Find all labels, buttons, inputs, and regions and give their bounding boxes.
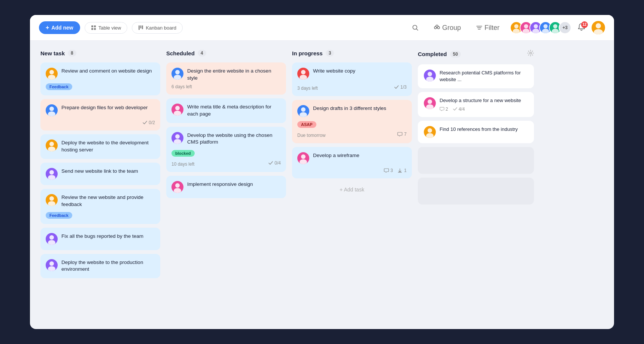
svg-point-47 <box>175 183 180 188</box>
avatar-extra-count: +3 <box>559 21 571 34</box>
card-ip3[interactable]: Develop a wireframe 3 1 <box>292 147 412 178</box>
card-nt3[interactable]: Deploy the website to the development ho… <box>40 134 160 159</box>
card-avatar-ip1 <box>297 68 309 80</box>
column-count-scheduled: 4 <box>198 50 206 56</box>
in-progress-cards-list: Write website copy 3 days left 1/3 <box>292 62 412 197</box>
svg-point-11 <box>436 25 438 27</box>
svg-point-28 <box>48 75 55 80</box>
svg-point-15 <box>514 24 518 28</box>
card-cp2[interactable]: Develop a structure for a new website 2 … <box>418 92 534 117</box>
svg-rect-2 <box>91 28 93 30</box>
column-header-completed: Completed 50 <box>418 50 534 58</box>
filter-button[interactable]: Filter <box>471 22 504 34</box>
notification-button[interactable]: 12 <box>577 23 586 33</box>
card-comments-cp2: 2 <box>440 107 448 112</box>
kanban-board: New task 8 Review and comment on website… <box>30 41 614 329</box>
search-icon <box>412 24 419 31</box>
svg-point-58 <box>426 77 434 82</box>
card-sc3[interactable]: Develop the website using the chosen CMS… <box>166 127 286 172</box>
user-avatar[interactable] <box>592 21 605 34</box>
card-avatar-nt7 <box>46 259 58 271</box>
svg-point-50 <box>300 75 307 80</box>
skeleton-card-1 <box>418 147 534 174</box>
card-ip2[interactable]: Design drafts in 3 different styles ASAP… <box>292 100 412 143</box>
column-count-completed: 50 <box>450 51 461 58</box>
card-title-nt5: Review the new website and provide feedb… <box>61 194 155 208</box>
card-tag-ip2: ASAP <box>297 121 316 128</box>
column-count-in-progress: 3 <box>326 50 334 56</box>
column-title-new-task: New task <box>40 50 65 56</box>
svg-point-25 <box>596 23 601 28</box>
card-nt1[interactable]: Review and comment on website design Fee… <box>40 62 160 95</box>
card-avatar-ip3 <box>297 152 309 164</box>
card-avatar-nt2 <box>46 104 58 116</box>
kanban-icon <box>138 25 143 30</box>
card-title-cp2: Develop a structure for a new website <box>440 97 528 104</box>
card-avatar-cp2 <box>424 97 436 109</box>
card-due-ip2: Due tomorrow <box>297 133 325 138</box>
card-nt2[interactable]: Prepare design files for web developer 0… <box>40 99 160 130</box>
completed-cards-list: Research potential CMS platforms for web… <box>418 64 534 205</box>
add-new-button[interactable]: Add new <box>39 21 80 34</box>
card-cp1[interactable]: Research potential CMS platforms for web… <box>418 64 534 88</box>
svg-rect-55 <box>398 172 402 173</box>
column-settings-button[interactable] <box>527 50 534 58</box>
new-task-cards-list: Review and comment on website design Fee… <box>40 62 160 278</box>
svg-point-30 <box>48 111 55 116</box>
search-button[interactable] <box>407 22 423 33</box>
card-title-nt3: Deploy the website to the development ho… <box>61 139 155 154</box>
svg-point-39 <box>49 261 54 266</box>
svg-point-32 <box>48 147 55 151</box>
group-icon <box>434 24 440 31</box>
card-days-ip1: 3 days left <box>297 86 318 91</box>
svg-point-54 <box>300 159 307 164</box>
table-view-button[interactable]: Table view <box>85 22 128 34</box>
card-title-nt6: Fix all the bugs reported by the team <box>61 233 143 240</box>
svg-point-42 <box>174 75 181 80</box>
svg-point-34 <box>48 175 55 180</box>
group-button[interactable]: Group <box>429 22 465 34</box>
add-task-button[interactable]: + Add task <box>292 182 412 197</box>
card-title-nt1: Review and comment on website design <box>61 68 152 75</box>
card-check-cp2: 4/4 <box>453 107 465 112</box>
svg-point-20 <box>532 29 540 34</box>
svg-point-46 <box>174 139 181 144</box>
card-attachments-ip3: 1 <box>397 168 407 173</box>
card-cp3[interactable]: Find 10 references from the industry <box>418 121 534 143</box>
svg-point-60 <box>426 104 434 109</box>
filter-icon <box>476 24 483 31</box>
card-title-sc3: Develop the website using the chosen CMS… <box>187 132 281 146</box>
card-days-sc1: 6 days left <box>171 84 281 89</box>
svg-point-16 <box>513 29 520 34</box>
card-nt6[interactable]: Fix all the bugs reported by the team <box>40 228 160 250</box>
svg-point-27 <box>49 70 54 74</box>
svg-point-49 <box>301 70 306 74</box>
card-title-ip1: Write website copy <box>313 68 355 75</box>
svg-point-40 <box>48 266 55 271</box>
card-avatar-nt1 <box>46 68 58 80</box>
svg-point-17 <box>524 24 528 28</box>
card-sc1[interactable]: Design the entire website in a chosen st… <box>166 62 286 95</box>
card-title-ip2: Design drafts in 3 different styles <box>313 105 386 112</box>
svg-point-24 <box>552 29 559 34</box>
kanban-board-button[interactable]: Kanban board <box>132 22 183 34</box>
column-in-progress: In progress 3 Write website copy 3 days … <box>292 50 412 320</box>
card-avatar-nt4 <box>46 168 58 180</box>
svg-point-37 <box>49 235 54 240</box>
card-nt4[interactable]: Send new website link to the team <box>40 163 160 185</box>
card-title-sc2: Write meta title & meta description for … <box>187 104 281 118</box>
card-sc4[interactable]: Implement responsive design <box>166 176 286 198</box>
column-scheduled: Scheduled 4 Design the entire website in… <box>166 50 286 320</box>
card-title-nt4: Send new website link to the team <box>61 168 138 175</box>
header-actions: Group Filter <box>407 21 605 34</box>
card-ip1[interactable]: Write website copy 3 days left 1/3 <box>292 62 412 96</box>
card-title-ip3: Develop a wireframe <box>313 152 359 159</box>
svg-point-36 <box>48 201 55 206</box>
card-sc2[interactable]: Write meta title & meta description for … <box>166 98 286 123</box>
svg-point-19 <box>534 24 538 28</box>
app-container: Add new Table view Kanban board <box>30 15 614 329</box>
card-nt5[interactable]: Review the new website and provide feedb… <box>40 189 160 224</box>
card-avatar-sc1 <box>171 68 183 80</box>
notification-badge: 12 <box>581 21 588 28</box>
card-nt7[interactable]: Deploy the website to the production env… <box>40 254 160 279</box>
